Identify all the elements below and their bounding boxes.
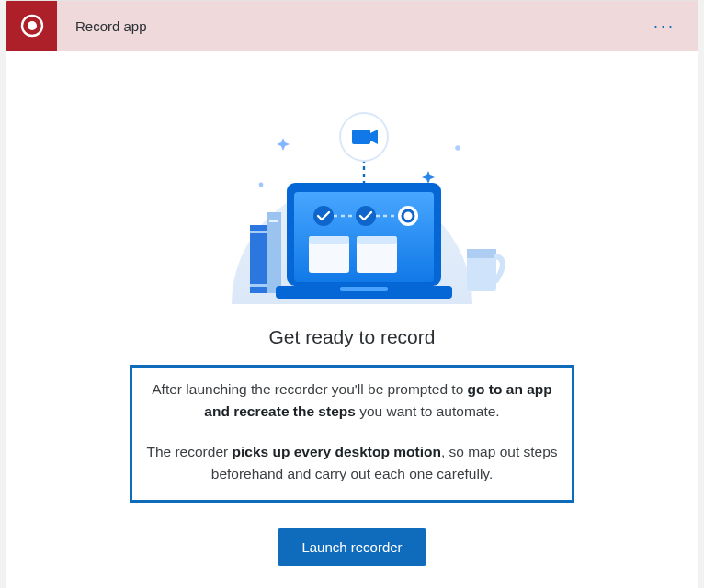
svg-rect-6 — [250, 231, 267, 233]
svg-rect-29 — [352, 130, 370, 144]
more-button[interactable]: ··· — [648, 14, 681, 38]
header-bar: Record app ··· — [6, 1, 698, 51]
illustration — [191, 84, 513, 304]
info-p2-bold: picks up every desktop motion — [232, 444, 440, 459]
camera-icon — [352, 130, 378, 144]
record-icon — [20, 14, 44, 38]
svg-rect-13 — [340, 287, 388, 291]
svg-rect-7 — [250, 284, 267, 287]
info-box: After launching the recorder you'll be p… — [130, 365, 574, 503]
record-app-panel: Record app ··· — [6, 0, 698, 588]
page-heading: Get ready to record — [6, 326, 698, 348]
header-title: Record app — [75, 18, 147, 34]
svg-rect-5 — [250, 225, 267, 293]
launch-recorder-button[interactable]: Launch recorder — [278, 528, 426, 566]
svg-point-16 — [356, 206, 376, 226]
svg-point-1 — [28, 21, 37, 30]
svg-rect-23 — [357, 236, 397, 244]
svg-point-3 — [259, 183, 264, 187]
info-paragraph-2: The recorder picks up every desktop moti… — [145, 441, 559, 485]
svg-rect-21 — [309, 236, 349, 244]
info-p1-post: you want to automate. — [356, 403, 500, 419]
info-paragraph-1: After launching the recorder you'll be p… — [145, 379, 559, 423]
svg-rect-8 — [267, 212, 281, 293]
svg-point-14 — [313, 206, 334, 226]
svg-point-4 — [455, 145, 460, 151]
svg-point-18 — [398, 206, 418, 226]
info-p2-pre: The recorder — [146, 444, 232, 459]
panel-body: Get ready to record After launching the … — [6, 51, 698, 588]
info-p1-pre: After launching the recorder you'll be p… — [152, 381, 467, 397]
svg-rect-25 — [467, 249, 496, 258]
laptop-icon — [276, 183, 452, 299]
svg-rect-9 — [269, 220, 278, 222]
record-icon-tile — [6, 1, 57, 51]
